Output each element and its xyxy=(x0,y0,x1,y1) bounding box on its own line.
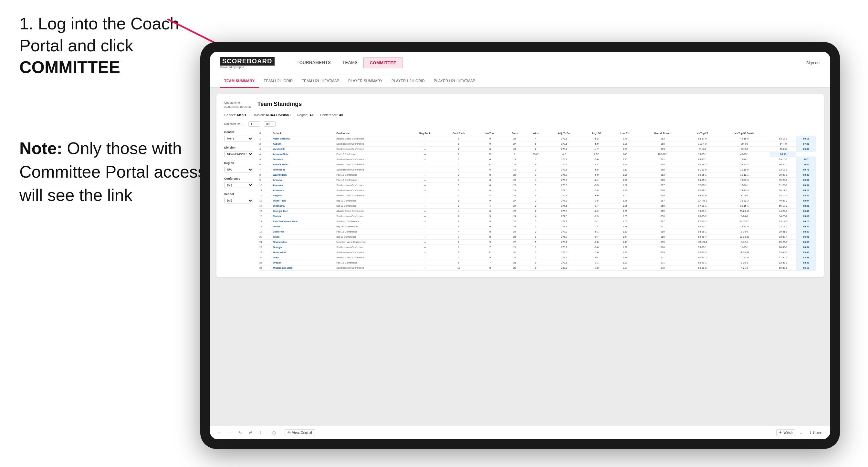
table-cell: 267 xyxy=(640,219,686,224)
table-cell: Texas xyxy=(271,235,335,240)
table-cell: -5.1 xyxy=(582,229,611,235)
table-row: 21New MexicoMountain West Conference—192… xyxy=(258,240,816,245)
table-cell: 12 xyxy=(258,193,271,198)
view-original-btn[interactable]: 👁 View: Original xyxy=(285,429,315,436)
table-cell: 87.21 xyxy=(796,142,816,147)
table-cell: 2 xyxy=(441,204,476,209)
table-cell: -4.0 xyxy=(546,152,582,157)
nav-teams[interactable]: TEAMS xyxy=(337,58,364,68)
table-cell: 8 xyxy=(476,209,504,214)
min-value-input[interactable] xyxy=(248,121,260,127)
table-cell: 265 xyxy=(611,152,640,157)
table-cell: 18-12-1 xyxy=(719,173,770,178)
table-cell: 2 xyxy=(525,167,546,173)
table-cell: 6 xyxy=(258,162,271,167)
region-filter-section: Region N/A xyxy=(224,161,253,173)
table-cell: 269 xyxy=(640,250,686,255)
table-cell: 92-40-3 xyxy=(686,250,719,255)
watch-label: Watch xyxy=(784,431,793,434)
nav-tournaments[interactable]: TOURNAMENTS xyxy=(291,58,337,68)
division-select[interactable]: NCAA Division I xyxy=(224,151,253,157)
subnav-player-h2h-grid[interactable]: PLAYER H2H GRID xyxy=(387,74,429,87)
col-rnds: Rnds xyxy=(504,130,525,136)
subnav-team-summary[interactable]: TEAM SUMMARY xyxy=(220,74,259,88)
table-cell: 26 xyxy=(476,152,504,157)
table-cell: 279.6 xyxy=(546,250,582,255)
table-cell: 23 xyxy=(504,173,525,178)
table-cell: 8 xyxy=(476,229,504,235)
conference-select[interactable]: (All) xyxy=(224,182,253,188)
table-cell: 89.11 xyxy=(796,136,816,142)
table-cell: 9 xyxy=(476,198,504,204)
table-cell: 55-18-2 xyxy=(770,204,796,209)
update-time-label: Update time: xyxy=(224,101,251,105)
table-row: 5Ole MissSoutheastern Conference—3618127… xyxy=(258,157,816,162)
subnav-team-h2h-heatmap[interactable]: TEAM H2H HEATMAP xyxy=(297,74,344,87)
table-row: 9ArizonaPac-12 Conference—38234276.3-6.1… xyxy=(258,178,816,183)
table-row: 10AlabamaSoutheastern Conference—5623327… xyxy=(258,183,816,188)
col-avg-sg: Avg. SG xyxy=(582,130,611,136)
fullscreen-btn[interactable]: □ xyxy=(798,430,804,436)
toolbar-back[interactable]: ← xyxy=(216,430,223,436)
table-cell: — xyxy=(409,219,441,224)
table-cell: 276.3 xyxy=(546,178,582,183)
toolbar-bookmark[interactable]: ☍ xyxy=(247,430,254,436)
max-value-input[interactable] xyxy=(264,121,276,127)
table-cell: 278.7 xyxy=(546,255,582,260)
region-select[interactable]: N/A xyxy=(224,167,253,173)
sidebar-filters: Gender Men's Division NCAA Division I xyxy=(224,130,253,271)
table-cell: Pac-12 Conference xyxy=(335,173,409,178)
table-row: 11ArkansasSoutheastern Conference—682332… xyxy=(258,188,816,193)
table-cell: — xyxy=(409,260,441,266)
table-cell: 2.70 xyxy=(611,136,640,142)
nav-committee[interactable]: COMMITTEE xyxy=(364,58,403,68)
table-cell: 82-18-1 xyxy=(686,188,719,193)
table-cell: -1.8 xyxy=(582,266,611,271)
toolbar-clock[interactable]: ◯ xyxy=(270,430,278,436)
subnav-player-h2h-heatmap[interactable]: PLAYER H2H HEATMAP xyxy=(429,74,480,87)
toolbar-reload[interactable]: ↻ xyxy=(237,430,244,436)
table-cell: Mountain West Conference xyxy=(335,240,409,245)
table-cell: -5.1 xyxy=(582,219,611,224)
table-cell: 30-15-1 xyxy=(719,204,770,209)
subnav-player-summary[interactable]: PLAYER SUMMARY xyxy=(344,74,387,87)
table-cell: 24 xyxy=(504,229,525,235)
watch-btn[interactable]: 👁 Watch xyxy=(776,429,796,436)
sign-out-link[interactable]: Sign out xyxy=(801,61,820,65)
toolbar-share-small[interactable]: ⇧ xyxy=(257,430,264,436)
share-btn[interactable]: ⇧ Share xyxy=(807,430,824,436)
filter-gender: Gender: Men's xyxy=(224,113,246,117)
table-cell: 90-33-2 xyxy=(686,255,719,260)
note-text: Note: Only those with Committee Portal a… xyxy=(20,136,220,207)
division-filter-title: Division xyxy=(224,146,253,149)
share-label: Share xyxy=(812,431,821,434)
gender-select[interactable]: Men's xyxy=(224,136,253,142)
table-cell: 37-30-0 xyxy=(770,255,796,260)
table-cell: 255 xyxy=(640,167,686,173)
table-cell: -0.4 xyxy=(582,255,611,260)
school-select[interactable]: (All) xyxy=(224,198,253,204)
table-cell: 2.11 xyxy=(611,167,640,173)
table-cell: — xyxy=(409,136,441,142)
table-cell: 83-15-0 xyxy=(686,193,719,198)
app-header: SCOREBOARD Powered by clippd TOURNAMENTS… xyxy=(210,52,830,74)
table-cell: 13-24-1 xyxy=(719,183,770,188)
subnav-team-h2h-grid[interactable]: TEAM H2H GRID xyxy=(259,74,297,87)
table-cell: 7 xyxy=(258,167,271,173)
table-cell: 80.31 xyxy=(796,178,816,183)
table-cell: 1.98 xyxy=(611,173,640,178)
toolbar-divider-1 xyxy=(267,430,267,436)
table-row: 18IllinoisBig Ten Conference—16231279.1-… xyxy=(258,224,816,229)
toolbar-forward[interactable]: → xyxy=(227,430,234,436)
table-cell: Big Ten Conference xyxy=(335,224,409,229)
table-cell: 3 xyxy=(441,235,476,240)
table-cell: Southeastern Conference xyxy=(335,167,409,173)
table-cell: 88.27 xyxy=(796,229,816,235)
table-cell: 279.1 xyxy=(546,224,582,229)
table-cell: 3 xyxy=(441,193,476,198)
table-cell: 8 xyxy=(476,147,504,152)
table-cell: 26 xyxy=(504,219,525,224)
table-cell: 2.52 xyxy=(582,152,611,157)
table-cell: 278.5 xyxy=(546,260,582,266)
table-cell: -3.8 xyxy=(582,245,611,250)
